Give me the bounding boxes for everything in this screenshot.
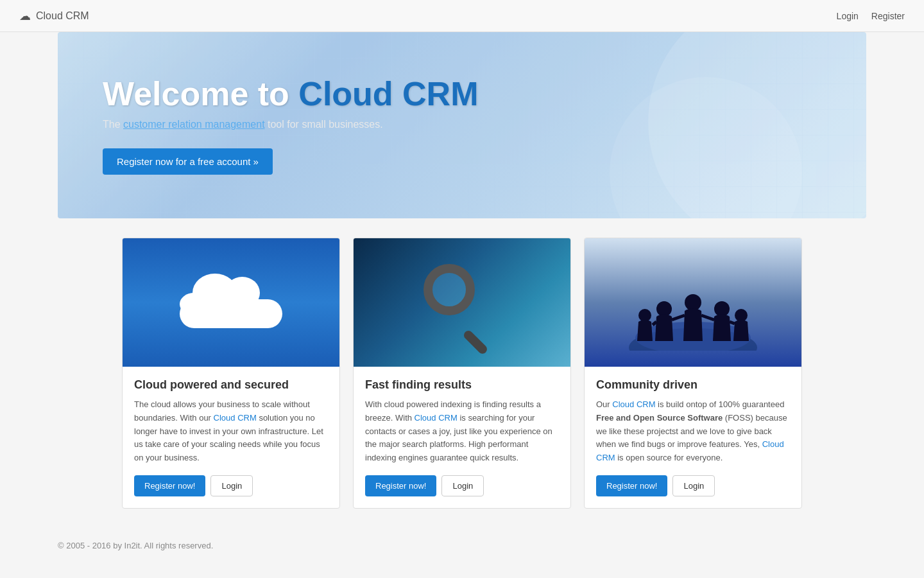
magnifier-circle bbox=[424, 264, 475, 315]
brand-name: Cloud CRM bbox=[36, 10, 89, 22]
hero-title-welcome: Welcome to bbox=[103, 75, 298, 112]
login-link[interactable]: Login bbox=[837, 11, 859, 21]
card-cloud-body: Cloud powered and secured The cloud allo… bbox=[123, 367, 339, 508]
svg-line-8 bbox=[672, 315, 685, 320]
card-community: Community driven Our Cloud CRM is build … bbox=[584, 238, 802, 509]
card-community-link1[interactable]: Cloud CRM bbox=[612, 399, 655, 409]
footer: © 2005 - 2016 by In2it. All rights reser… bbox=[0, 528, 924, 563]
nav-links: Login Register bbox=[837, 11, 905, 21]
card-search: Fast finding results With cloud powered … bbox=[353, 238, 571, 509]
card-search-image bbox=[354, 238, 570, 367]
footer-copyright: © 2005 - 2016 by In2it. All rights reser… bbox=[58, 541, 213, 550]
card-community-link2[interactable]: Cloud CRM bbox=[596, 439, 784, 462]
cloud-illustration bbox=[167, 277, 295, 328]
card-search-register-button[interactable]: Register now! bbox=[365, 475, 436, 496]
magnifier-handle bbox=[462, 329, 489, 356]
card-community-login-button[interactable]: Login bbox=[672, 475, 715, 496]
hero-section: Welcome to Cloud CRM The customer relati… bbox=[58, 32, 866, 218]
card-search-text: With cloud powered indexing is finding r… bbox=[365, 398, 559, 465]
hero-cta-button[interactable]: Register now for a free account » bbox=[103, 148, 273, 175]
card-cloud-image bbox=[123, 238, 339, 367]
hero-content: Welcome to Cloud CRM The customer relati… bbox=[103, 76, 821, 175]
foss-text: Free and Open Source Software bbox=[596, 413, 723, 423]
cloud-icon-nav: ☁ bbox=[19, 9, 31, 23]
community-svg bbox=[613, 248, 773, 351]
svg-line-10 bbox=[730, 322, 735, 324]
hero-title: Welcome to Cloud CRM bbox=[103, 76, 821, 112]
card-community-title: Community driven bbox=[596, 378, 790, 392]
card-search-actions: Register now! Login bbox=[365, 475, 559, 496]
card-search-login-button[interactable]: Login bbox=[441, 475, 484, 496]
card-community-image bbox=[585, 238, 801, 367]
register-link[interactable]: Register bbox=[871, 11, 905, 21]
cloud-body bbox=[180, 299, 282, 328]
card-cloud-actions: Register now! Login bbox=[134, 475, 328, 496]
svg-line-9 bbox=[701, 315, 714, 320]
card-community-register-button[interactable]: Register now! bbox=[596, 475, 667, 496]
community-illustration bbox=[585, 238, 801, 360]
card-cloud-link[interactable]: Cloud CRM bbox=[214, 413, 257, 423]
card-cloud: Cloud powered and secured The cloud allo… bbox=[122, 238, 340, 509]
card-cloud-login-button[interactable]: Login bbox=[210, 475, 253, 496]
card-community-actions: Register now! Login bbox=[596, 475, 790, 496]
card-search-body: Fast finding results With cloud powered … bbox=[354, 367, 570, 508]
card-search-title: Fast finding results bbox=[365, 378, 559, 392]
svg-line-7 bbox=[653, 322, 656, 325]
main-content: Cloud powered and secured The cloud allo… bbox=[109, 238, 815, 509]
card-cloud-title: Cloud powered and secured bbox=[134, 378, 328, 392]
brand: ☁ Cloud CRM bbox=[19, 9, 89, 23]
card-search-link[interactable]: Cloud CRM bbox=[415, 413, 458, 423]
magnifier-illustration bbox=[424, 264, 501, 341]
card-cloud-register-button[interactable]: Register now! bbox=[134, 475, 205, 496]
card-cloud-text: The cloud allows your business to scale … bbox=[134, 398, 328, 465]
hero-subtitle-link: customer relation management bbox=[123, 119, 265, 130]
card-community-body: Community driven Our Cloud CRM is build … bbox=[585, 367, 801, 508]
hero-subtitle: The customer relation management tool fo… bbox=[103, 119, 821, 130]
navbar: ☁ Cloud CRM Login Register bbox=[0, 0, 924, 32]
hero-title-brand: Cloud CRM bbox=[298, 75, 478, 112]
card-community-text: Our Cloud CRM is build ontop of 100% gua… bbox=[596, 398, 790, 465]
